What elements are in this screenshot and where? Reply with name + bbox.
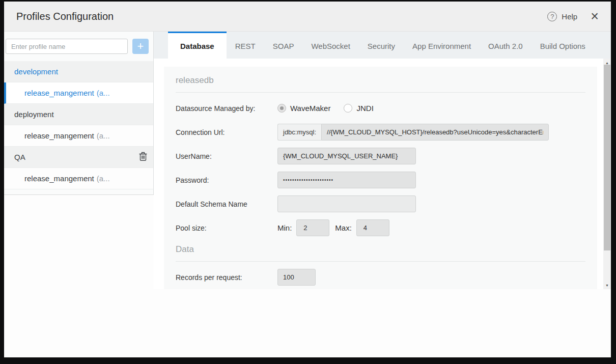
schema-row: Default Schema Name [176,195,585,212]
username-input[interactable] [277,148,416,164]
close-icon[interactable]: × [591,11,599,21]
password-input[interactable] [277,172,416,188]
datasource-row: Datasource Managed by: WaveMaker JNDI [176,100,585,117]
pool-max-input[interactable] [356,219,389,236]
radio-jndi[interactable] [344,104,352,113]
profile-group-qa[interactable]: QA [4,147,153,168]
add-profile-button[interactable]: + [132,39,149,54]
tab-security[interactable]: Security [359,32,404,59]
schema-input[interactable] [277,195,416,212]
tab-content: releasedb Datasource Managed by: WaveMak… [154,59,611,289]
profiles-sidebar: + development release_mangement (a... de… [4,32,154,194]
connection-url-row: Connection Url: jdbc:mysql: [176,124,585,141]
profile-group-label: development [14,67,58,76]
dialog-title: Profiles Configuration [16,11,114,22]
pool-min-input[interactable] [296,219,329,236]
profile-group-label: deployment [14,110,54,119]
profile-item-suffix: (a... [97,131,110,140]
profiles-configuration-dialog: Profiles Configuration ? Help × + develo… [4,2,611,357]
profile-item-label: release_mangement [24,174,94,183]
delete-profile-button[interactable] [139,152,147,162]
profile-item-suffix: (a... [97,174,110,183]
profile-item-suffix: (a... [97,89,110,97]
profile-search-row: + [4,32,153,61]
tab-build-options[interactable]: Build Options [531,32,594,59]
username-label: UserName: [176,152,277,160]
username-row: UserName: [176,148,585,164]
tab-oauth[interactable]: OAuth 2.0 [480,32,531,59]
password-row: Password: [176,172,585,188]
main-panel: Database REST SOAP WebSocket Security Ap… [154,32,611,194]
radio-jndi-label[interactable]: JNDI [356,104,373,113]
vertical-scrollbar[interactable]: ▲ ▼ [603,59,611,289]
scrollbar-thumb[interactable] [604,65,610,250]
profile-item-release-mangement-selected[interactable]: release_mangement (a... [4,82,153,104]
tab-database[interactable]: Database [168,32,227,59]
tab-soap[interactable]: SOAP [264,32,303,59]
profile-list: development release_mangement (a... depl… [4,61,153,189]
help-link[interactable]: Help [562,12,577,21]
profile-group-development[interactable]: development [4,61,153,82]
records-per-request-row: Records per request: [176,269,585,286]
help-icon[interactable]: ? [547,12,557,21]
scroll-down-icon[interactable]: ▼ [603,282,611,289]
profile-item-release-mangement[interactable]: release_mangement (a... [4,125,153,147]
profile-item-label: release_mangement [24,131,94,140]
profile-group-label: QA [14,153,25,161]
tab-app-environment[interactable]: App Environment [404,32,480,59]
profile-item-release-mangement[interactable]: release_mangement (a... [4,168,153,189]
radio-wavemaker-label[interactable]: WaveMaker [290,104,330,113]
connection-url-label: Connection Url: [176,128,277,136]
tab-rest[interactable]: REST [227,32,264,59]
records-per-request-input[interactable] [277,269,316,286]
datasource-radio-group: WaveMaker JNDI [277,104,387,113]
pool-max-label: Max: [335,223,352,232]
titlebar-actions: ? Help × [547,11,599,21]
tab-websocket[interactable]: WebSocket [302,32,358,59]
datasource-label: Datasource Managed by: [176,104,277,113]
profile-group-deployment[interactable]: deployment [4,104,153,125]
radio-wavemaker[interactable] [277,104,286,113]
pool-size-label: Pool size: [176,224,277,232]
connection-url-input[interactable] [321,124,549,141]
schema-label: Default Schema Name [176,200,277,208]
pool-min-label: Min: [277,223,292,232]
profile-name-input[interactable] [6,39,128,54]
trash-icon [139,152,147,162]
database-name-heading: releasedb [176,67,585,93]
dialog-body: + development release_mangement (a... de… [4,32,611,194]
password-label: Password: [176,176,277,184]
jdbc-prefix: jdbc:mysql: [277,124,321,141]
records-per-request-label: Records per request: [176,273,277,282]
profile-item-label: release_mangement [24,89,94,97]
database-settings-card: releasedb Datasource Managed by: WaveMak… [164,67,597,289]
pool-size-row: Pool size: Min: Max: [176,219,585,236]
data-section-heading: Data [176,238,585,262]
dialog-titlebar: Profiles Configuration ? Help × [4,2,611,32]
tab-bar: Database REST SOAP WebSocket Security Ap… [154,32,611,59]
